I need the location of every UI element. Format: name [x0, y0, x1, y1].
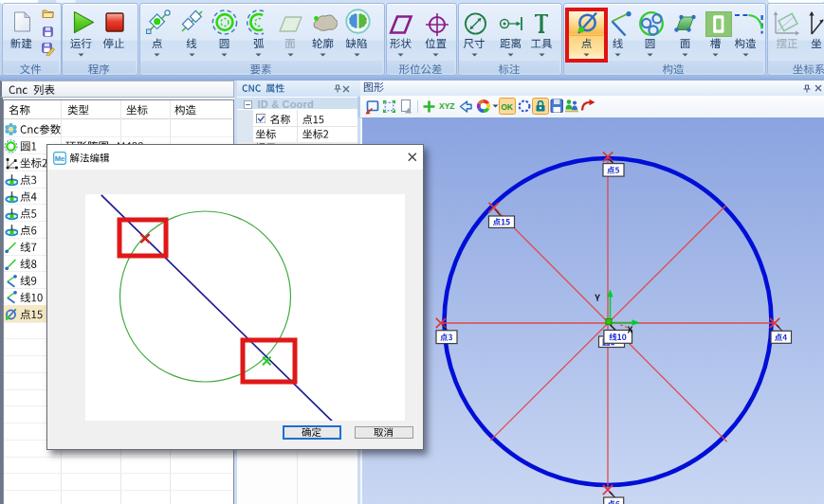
svg-text:Me: Me — [55, 154, 64, 163]
svg-text:OK: OK — [501, 102, 514, 112]
